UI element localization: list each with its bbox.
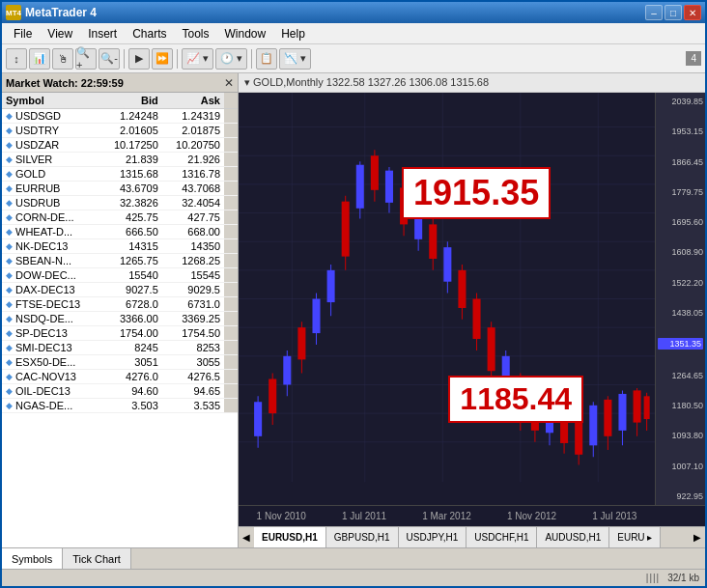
table-row[interactable]: ◆ SBEAN-N... 1265.75 1268.25: [2, 254, 238, 268]
toolbar-btn-7[interactable]: 📉 ▾: [279, 48, 311, 70]
period-button[interactable]: 🕐 ▾: [215, 48, 247, 70]
svg-rect-25: [297, 327, 305, 359]
menu-window[interactable]: Window: [217, 25, 274, 42]
title-bar: MT4 MetaTrader 4 – □ ✕: [2, 2, 705, 23]
table-row[interactable]: ◆ USDZAR 10.17250 10.20750: [2, 138, 238, 153]
menu-charts[interactable]: Charts: [125, 25, 174, 42]
bid-value: 9027.5: [100, 283, 162, 297]
table-row[interactable]: ◆ NGAS-DE... 3.503 3.535: [2, 399, 238, 413]
menu-help[interactable]: Help: [273, 25, 313, 42]
close-button[interactable]: ✕: [684, 5, 701, 20]
table-row[interactable]: ◆ DOW-DEC... 15540 15545: [2, 268, 238, 283]
symbol-cell: ◆ CORN-DE...: [2, 210, 100, 225]
tab-symbols[interactable]: Symbols: [2, 548, 63, 570]
symbol-cell: ◆ USDTRY: [2, 124, 100, 138]
menu-view[interactable]: View: [40, 25, 80, 42]
app-icon: MT4: [6, 5, 21, 20]
chart-tab-3[interactable]: USDCHF,H1: [467, 527, 537, 548]
symbol-icon: ◆: [6, 328, 13, 338]
symbol-cell: ◆ USDSGD: [2, 109, 100, 124]
ask-value: 15545: [162, 268, 224, 283]
toolbar-btn-2[interactable]: 📊: [29, 48, 50, 70]
ask-value: 1.24319: [162, 109, 224, 124]
table-row[interactable]: ◆ DAX-DEC13 9027.5 9029.5: [2, 283, 238, 297]
bid-value: 666.50: [100, 225, 162, 239]
tab-right-arrow[interactable]: ▶: [690, 527, 705, 548]
bid-value: 1754.00: [100, 326, 162, 341]
window-controls: – □ ✕: [645, 5, 701, 20]
table-row[interactable]: ◆ GOLD 1315.68 1316.78: [2, 167, 238, 182]
symbol-cell: ◆ GOLD: [2, 167, 100, 182]
menu-tools[interactable]: Tools: [175, 25, 217, 42]
toolbar-btn-6[interactable]: 📋: [256, 48, 277, 70]
chart-tab-4[interactable]: AUDUSD,H1: [537, 527, 609, 548]
candle-type-button[interactable]: 📈 ▾: [182, 48, 213, 70]
date-label: 1 Mar 2012: [422, 511, 471, 521]
table-row[interactable]: ◆ EURRUB 43.6709 43.7068: [2, 182, 238, 196]
symbol-name: DOW-DEC...: [15, 269, 76, 281]
toolbar-btn-5[interactable]: ⏩: [152, 48, 173, 70]
tab-tick-chart[interactable]: Tick Chart: [63, 548, 131, 570]
price-label: 1695.60: [658, 217, 703, 227]
row-scroll: [224, 153, 238, 167]
svg-rect-69: [618, 394, 626, 431]
table-row[interactable]: ◆ SMI-DEC13 8245 8253: [2, 341, 238, 355]
row-scroll: [224, 225, 238, 239]
symbol-name: CAC-NOV13: [15, 371, 76, 382]
zoom-out-button[interactable]: 🔍-: [99, 48, 120, 70]
chart-tab-1[interactable]: GBPUSD,H1: [326, 527, 399, 548]
symbol-icon: ◆: [6, 372, 13, 381]
zoom-in-button[interactable]: 🔍+: [75, 48, 97, 70]
table-row[interactable]: ◆ OIL-DEC13 94.60 94.65: [2, 384, 238, 399]
table-row[interactable]: ◆ CAC-NOV13 4276.0 4276.5: [2, 370, 238, 384]
price-label: 1608.90: [658, 247, 703, 257]
toolbar-btn-4[interactable]: ▶: [128, 48, 150, 70]
symbol-icon: ◆: [6, 343, 13, 352]
toolbar-btn-1[interactable]: ↕: [6, 48, 27, 70]
symbol-cell: ◆ USDZAR: [2, 138, 100, 153]
market-watch-close[interactable]: ✕: [224, 76, 234, 90]
toolbar-btn-3[interactable]: 🖱: [52, 48, 73, 70]
price-low-value: 1185.44: [460, 381, 572, 416]
table-row[interactable]: ◆ USDTRY 2.01605 2.01875: [2, 124, 238, 138]
symbol-icon: ◆: [6, 314, 13, 323]
ask-value: 3369.25: [162, 312, 224, 326]
table-row[interactable]: ◆ USDSGD 1.24248 1.24319: [2, 109, 238, 124]
ask-value: 1268.25: [162, 254, 224, 268]
col-bid: Bid: [100, 93, 162, 109]
chart-tab-0[interactable]: EURUSD,H1: [254, 527, 326, 548]
market-watch-table: Symbol Bid Ask ◆ USDSGD 1.24248 1.24319: [2, 93, 238, 547]
price-label: 922.95: [658, 491, 703, 501]
table-row[interactable]: ◆ NSDQ-DE... 3366.00 3369.25: [2, 312, 238, 326]
bid-value: 3.503: [100, 399, 162, 413]
ask-value: 2.01875: [162, 124, 224, 138]
table-row[interactable]: ◆ SP-DEC13 1754.00 1754.50: [2, 326, 238, 341]
chart-tab-5[interactable]: EURU ▸: [609, 527, 661, 548]
tab-left-arrow[interactable]: ◀: [239, 527, 254, 548]
bid-value: 1.24248: [100, 109, 162, 124]
menu-file[interactable]: File: [6, 25, 40, 42]
table-row[interactable]: ◆ ESX50-DE... 3051 3055: [2, 355, 238, 370]
price-label: 1351.35: [658, 338, 703, 350]
table-row[interactable]: ◆ SILVER 21.839 21.926: [2, 153, 238, 167]
row-scroll: [224, 124, 238, 138]
minimize-button[interactable]: –: [645, 5, 663, 20]
table-row[interactable]: ◆ FTSE-DEC13 6728.0 6731.0: [2, 297, 238, 312]
symbol-icon: ◆: [6, 126, 13, 135]
table-row[interactable]: ◆ NK-DEC13 14315 14350: [2, 239, 238, 254]
svg-rect-29: [327, 270, 335, 302]
table-row[interactable]: ◆ WHEAT-D... 666.50 668.00: [2, 225, 238, 239]
date-axis-inner: 1 Nov 20101 Jul 20111 Mar 20121 Nov 2012…: [239, 511, 655, 521]
symbol-name: USDSGD: [15, 110, 61, 122]
chart-container[interactable]: 1915.35 1185.44 2039.851953.151866.45177…: [239, 93, 705, 505]
main-content: Market Watch: 22:59:59 ✕ Symbol Bid Ask: [2, 73, 705, 547]
row-scroll: [224, 239, 238, 254]
maximize-button[interactable]: □: [665, 5, 682, 20]
separator-2: [177, 49, 178, 69]
table-row[interactable]: ◆ USDRUB 32.3826 32.4054: [2, 196, 238, 210]
price-axis: 2039.851953.151866.451779.751695.601608.…: [655, 93, 705, 505]
symbol-name: USDRUB: [15, 197, 60, 209]
chart-tab-2[interactable]: USDJPY,H1: [399, 527, 467, 548]
menu-insert[interactable]: Insert: [80, 25, 125, 42]
table-row[interactable]: ◆ CORN-DE... 425.75 427.75: [2, 210, 238, 225]
